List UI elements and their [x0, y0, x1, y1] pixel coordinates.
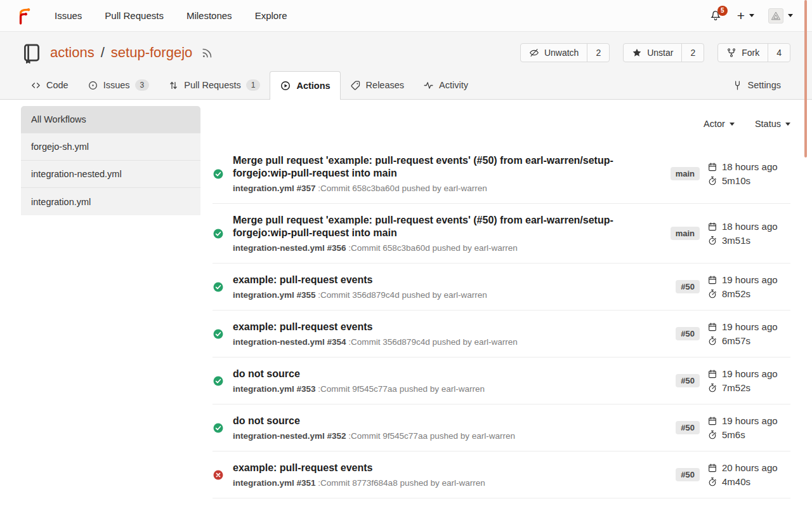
- unstar-button[interactable]: Unstar 2: [623, 43, 704, 62]
- run-time-ago: 19 hours ago: [722, 274, 778, 285]
- tab-code[interactable]: Code: [21, 71, 78, 99]
- run-time-ago: 19 hours ago: [722, 321, 778, 332]
- check-circle-icon: [213, 168, 224, 180]
- repo-name-link[interactable]: setup-forgejo: [111, 44, 192, 61]
- repo-icon: [21, 42, 43, 64]
- calendar-icon: [707, 222, 717, 232]
- run-title-link[interactable]: example: pull-request events: [233, 321, 626, 333]
- run-workflow-ref[interactable]: integration-nested.yml #352: [233, 431, 346, 441]
- nav-link-pull-requests[interactable]: Pull Requests: [105, 10, 164, 21]
- forgejo-logo[interactable]: [16, 7, 33, 25]
- run-ref-badge[interactable]: #50: [676, 421, 700, 434]
- check-circle-icon: [213, 281, 224, 293]
- notifications-button[interactable]: 5: [704, 7, 727, 25]
- run-status-icon: [213, 168, 224, 180]
- eye-slash-icon: [529, 48, 539, 58]
- run-subtitle: integration-nested.yml #354 :Commit 356d…: [233, 337, 667, 347]
- avatar: [768, 8, 783, 23]
- run-ref-badge[interactable]: #50: [676, 374, 700, 387]
- nav-link-explore[interactable]: Explore: [255, 10, 287, 21]
- top-navbar: Issues Pull Requests Milestones Explore …: [0, 0, 812, 32]
- star-count[interactable]: 2: [681, 44, 704, 62]
- user-menu-dropdown[interactable]: [764, 6, 797, 26]
- run-meta: 18 hours ago 5m10s: [707, 161, 790, 186]
- repo-tabs: Code Issues 3 Pull Requests 1: [0, 71, 812, 100]
- watch-count[interactable]: 2: [587, 44, 609, 62]
- fork-button[interactable]: Fork 4: [717, 43, 790, 62]
- run-title-link[interactable]: example: pull-request events: [233, 274, 626, 286]
- nav-link-issues[interactable]: Issues: [55, 10, 82, 21]
- nav-link-milestones[interactable]: Milestones: [187, 10, 232, 21]
- check-circle-icon: [213, 328, 224, 340]
- calendar-icon: [707, 369, 717, 379]
- issue-icon: [88, 80, 98, 91]
- play-circle-icon: [280, 80, 291, 91]
- tab-actions-label: Actions: [296, 81, 330, 91]
- repo-owner-link[interactable]: actions: [50, 44, 95, 61]
- stopwatch-icon: [707, 236, 717, 246]
- run-workflow-ref[interactable]: integration-nested.yml #356: [233, 243, 346, 253]
- run-workflow-ref[interactable]: integration.yml #355: [233, 290, 316, 300]
- stopwatch-icon: [707, 430, 717, 440]
- create-new-dropdown[interactable]: +: [733, 6, 758, 25]
- run-title-link[interactable]: example: pull-request events: [233, 462, 626, 474]
- run-ref-badge[interactable]: main: [671, 227, 700, 240]
- unwatch-button[interactable]: Unwatch 2: [520, 43, 610, 62]
- stopwatch-icon: [707, 336, 717, 346]
- run-workflow-ref[interactable]: integration.yml #351: [233, 478, 316, 488]
- run-commit-info: :Commit 9f545c77aa pushed by earl-warren: [348, 431, 515, 441]
- workflow-run-row: example: pull-request events integration…: [213, 311, 790, 358]
- tab-activity-label: Activity: [439, 80, 468, 90]
- unwatch-label: Unwatch: [544, 48, 579, 58]
- run-ref-badge[interactable]: #50: [676, 468, 700, 481]
- tab-pull-requests[interactable]: Pull Requests 1: [159, 71, 270, 99]
- sidebar-workflow-item[interactable]: forgejo-sh.yml: [21, 133, 200, 161]
- tab-settings[interactable]: Settings: [723, 71, 790, 99]
- workflow-run-row: Merge pull request 'example: pull-reques…: [213, 204, 790, 264]
- calendar-icon: [707, 275, 717, 285]
- run-ref-badge[interactable]: #50: [676, 327, 700, 340]
- plus-icon: +: [737, 9, 745, 22]
- tab-code-label: Code: [46, 80, 69, 90]
- tab-issues[interactable]: Issues 3: [78, 71, 159, 99]
- run-duration: 6m57s: [722, 335, 750, 346]
- run-workflow-ref[interactable]: integration-nested.yml #354: [233, 337, 346, 347]
- calendar-icon: [707, 416, 717, 426]
- sidebar-workflow-item[interactable]: All Workflows: [21, 106, 200, 133]
- actions-page-content: All Workflows forgejo-sh.yml integration…: [0, 100, 812, 508]
- run-title-link[interactable]: do not source: [233, 368, 626, 380]
- run-title-link[interactable]: Merge pull request 'example: pull-reques…: [233, 154, 626, 180]
- run-subtitle: integration.yml #357 :Commit 658c3ba60d …: [233, 184, 662, 193]
- rss-icon[interactable]: [201, 47, 213, 59]
- x-circle-icon: [213, 469, 224, 481]
- status-filter-dropdown[interactable]: Status: [755, 119, 790, 129]
- tab-activity[interactable]: Activity: [414, 71, 478, 99]
- run-commit-info: :Commit 356d879c4d pushed by earl-warren: [318, 290, 487, 300]
- sidebar-workflow-item[interactable]: integration-nested.yml: [21, 161, 200, 188]
- run-workflow-ref[interactable]: integration.yml #357: [233, 184, 316, 193]
- run-ref-badge[interactable]: #50: [676, 280, 700, 293]
- scrollbar-thumb[interactable]: [804, 0, 807, 157]
- run-subtitle: integration-nested.yml #352 :Commit 9f54…: [233, 431, 667, 441]
- run-duration: 7m52s: [722, 382, 750, 393]
- sidebar-workflow-item[interactable]: integration.yml: [21, 188, 200, 215]
- run-ref-badge[interactable]: main: [671, 167, 700, 180]
- run-meta: 20 hours ago 4m40s: [707, 462, 790, 487]
- chevron-down-icon: [785, 123, 790, 126]
- run-commit-info: :Commit 8773f684a8 pushed by earl-warren: [318, 478, 485, 488]
- workflows-sidebar: All Workflows forgejo-sh.yml integration…: [21, 106, 200, 508]
- run-title-link[interactable]: Merge pull request 'example: pull-reques…: [233, 214, 626, 239]
- sidebar-workflow-label: integration-nested.yml: [31, 169, 122, 179]
- run-workflow-ref[interactable]: integration.yml #353: [233, 384, 316, 394]
- run-time-ago: 19 hours ago: [722, 415, 778, 426]
- run-meta: 19 hours ago 5m6s: [707, 415, 790, 440]
- tab-releases[interactable]: Releases: [341, 71, 414, 99]
- run-title-link[interactable]: do not source: [233, 415, 626, 427]
- run-time-ago: 19 hours ago: [722, 368, 778, 379]
- tab-actions[interactable]: Actions: [270, 71, 340, 100]
- actor-filter-dropdown[interactable]: Actor: [704, 119, 735, 129]
- run-commit-info: :Commit 356d879c4d pushed by earl-warren: [348, 337, 517, 347]
- run-meta: 19 hours ago 7m52s: [707, 368, 790, 393]
- run-status-icon: [213, 375, 224, 387]
- fork-count[interactable]: 4: [768, 44, 790, 62]
